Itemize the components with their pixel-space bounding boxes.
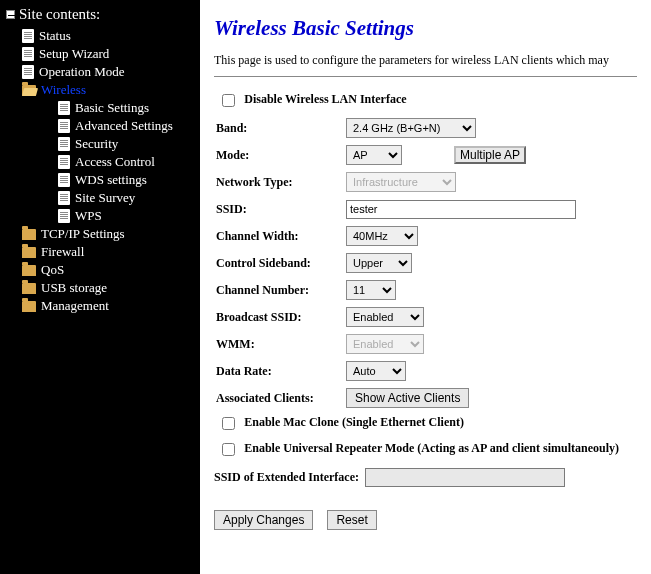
nav-tree: Status Setup Wizard Operation Mode Wirel…: [4, 27, 196, 315]
page-icon: [58, 101, 70, 115]
repeater-checkbox[interactable]: [222, 443, 235, 456]
mode-select[interactable]: AP: [346, 145, 402, 165]
disable-wlan-row: Disable Wireless LAN Interface: [214, 91, 637, 107]
wmm-select: Enabled: [346, 334, 424, 354]
repeater-label: Enable Universal Repeater Mode (Acting a…: [244, 441, 619, 455]
nav-advanced-settings[interactable]: Advanced Settings: [22, 117, 196, 135]
broadcast-ssid-label: Broadcast SSID:: [214, 310, 346, 325]
mac-clone-label: Enable Mac Clone (Single Ethernet Client…: [244, 415, 464, 429]
page-icon: [58, 137, 70, 151]
folder-open-icon: [22, 85, 36, 96]
control-sideband-select[interactable]: Upper: [346, 253, 412, 273]
data-rate-select[interactable]: Auto: [346, 361, 406, 381]
channel-width-label: Channel Width:: [214, 229, 346, 244]
page-icon: [58, 155, 70, 169]
nav-setup-wizard[interactable]: Setup Wizard: [22, 45, 196, 63]
broadcast-ssid-select[interactable]: Enabled: [346, 307, 424, 327]
repeater-row: Enable Universal Repeater Mode (Acting a…: [214, 440, 637, 456]
multiple-ap-button[interactable]: Multiple AP: [454, 146, 526, 164]
network-type-select: Infrastructure: [346, 172, 456, 192]
sidebar: Site contents: Status Setup Wizard Opera…: [0, 0, 200, 574]
ssid-label: SSID:: [214, 202, 346, 217]
folder-icon: [22, 265, 36, 276]
nav-basic-settings[interactable]: Basic Settings: [22, 99, 196, 117]
associated-clients-label: Associated Clients:: [214, 391, 346, 406]
nav-firewall[interactable]: Firewall: [22, 243, 196, 261]
wmm-label: WMM:: [214, 337, 346, 352]
apply-button[interactable]: Apply Changes: [214, 510, 313, 530]
channel-width-select[interactable]: 40MHz: [346, 226, 418, 246]
network-type-label: Network Type:: [214, 175, 346, 190]
control-sideband-label: Control Sideband:: [214, 256, 346, 271]
band-select[interactable]: 2.4 GHz (B+G+N): [346, 118, 476, 138]
sidebar-heading-text: Site contents:: [19, 6, 100, 23]
data-rate-label: Data Rate:: [214, 364, 346, 379]
collapse-icon[interactable]: [6, 10, 15, 19]
disable-wlan-checkbox[interactable]: [222, 94, 235, 107]
page-icon: [58, 209, 70, 223]
nav-security[interactable]: Security: [22, 135, 196, 153]
nav-tcpip[interactable]: TCP/IP Settings: [22, 225, 196, 243]
main-panel: Wireless Basic Settings This page is use…: [200, 0, 651, 574]
channel-number-label: Channel Number:: [214, 283, 346, 298]
disable-wlan-label: Disable Wireless LAN Interface: [244, 92, 406, 106]
sidebar-heading: Site contents:: [4, 4, 196, 27]
reset-button[interactable]: Reset: [327, 510, 376, 530]
band-label: Band:: [214, 121, 346, 136]
nav-site-survey[interactable]: Site Survey: [22, 189, 196, 207]
nav-qos[interactable]: QoS: [22, 261, 196, 279]
page-icon: [58, 191, 70, 205]
page-icon: [22, 47, 34, 61]
nav-operation-mode[interactable]: Operation Mode: [22, 63, 196, 81]
extended-ssid-label: SSID of Extended Interface:: [214, 470, 359, 485]
page-description: This page is used to configure the param…: [214, 53, 637, 68]
nav-wds-settings[interactable]: WDS settings: [22, 171, 196, 189]
nav-access-control[interactable]: Access Control: [22, 153, 196, 171]
page-icon: [58, 119, 70, 133]
page-icon: [22, 65, 34, 79]
mac-clone-checkbox[interactable]: [222, 417, 235, 430]
page-icon: [22, 29, 34, 43]
page-title: Wireless Basic Settings: [214, 16, 637, 41]
folder-icon: [22, 283, 36, 294]
nav-usb-storage[interactable]: USB storage: [22, 279, 196, 297]
nav-wps[interactable]: WPS: [22, 207, 196, 225]
page-icon: [58, 173, 70, 187]
folder-icon: [22, 247, 36, 258]
extended-ssid-input: [365, 468, 565, 487]
mode-label: Mode:: [214, 148, 346, 163]
channel-number-select[interactable]: 11: [346, 280, 396, 300]
nav-status[interactable]: Status: [22, 27, 196, 45]
folder-icon: [22, 301, 36, 312]
nav-management[interactable]: Management: [22, 297, 196, 315]
mac-clone-row: Enable Mac Clone (Single Ethernet Client…: [214, 414, 637, 430]
folder-icon: [22, 229, 36, 240]
ssid-input[interactable]: [346, 200, 576, 219]
divider: [214, 76, 637, 77]
nav-wireless[interactable]: Wireless: [22, 81, 196, 99]
show-clients-button[interactable]: Show Active Clients: [346, 388, 469, 408]
